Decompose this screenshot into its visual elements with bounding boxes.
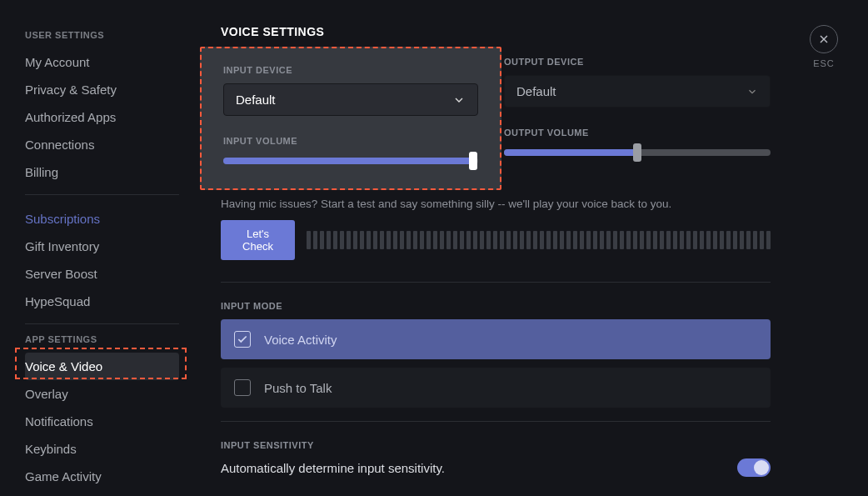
nav-connections[interactable]: Connections [25, 131, 179, 158]
close-button[interactable] [810, 25, 838, 53]
nav-notifications[interactable]: Notifications [25, 408, 179, 435]
nav-my-account[interactable]: My Account [25, 48, 179, 76]
nav-subscriptions[interactable]: Subscriptions [25, 205, 179, 233]
slider-thumb[interactable] [633, 143, 641, 162]
mode-push-to-talk[interactable]: Push to Talk [221, 368, 771, 408]
auto-sensitivity-toggle[interactable] [737, 458, 771, 477]
nav-gift-inventory[interactable]: Gift Inventory [25, 233, 179, 260]
slider-thumb[interactable] [469, 152, 477, 170]
mode-label: Push to Talk [264, 381, 332, 395]
nav-separator [25, 194, 179, 195]
output-volume-label: OUTPUT VOLUME [504, 128, 771, 138]
mic-level-meter [307, 231, 771, 249]
close-container: ESC [810, 25, 838, 68]
app-settings-header: APP SETTINGS [25, 334, 179, 344]
page-title: VOICE SETTINGS [221, 25, 771, 38]
nav-billing[interactable]: Billing [25, 158, 179, 186]
checkbox-checked-icon [234, 331, 251, 348]
nav-overlay[interactable]: Overlay [25, 380, 179, 408]
input-volume-label: INPUT VOLUME [223, 136, 478, 146]
annotation-highlight-input: INPUT DEVICE Default INPUT VOLUME [200, 47, 501, 190]
nav-separator [25, 323, 179, 324]
mic-test-help: Having mic issues? Start a test and say … [221, 198, 771, 210]
auto-sensitivity-text: Automatically determine input sensitivit… [221, 461, 445, 475]
mode-voice-activity[interactable]: Voice Activity [221, 319, 771, 359]
input-device-select[interactable]: Default [223, 83, 478, 116]
nav-hypesquad[interactable]: HypeSquad [25, 288, 179, 315]
nav-keybinds[interactable]: Keybinds [25, 435, 179, 463]
nav-server-boost[interactable]: Server Boost [25, 260, 179, 288]
input-volume-slider[interactable] [223, 158, 478, 164]
user-settings-header: USER SETTINGS [25, 30, 179, 40]
close-icon [817, 33, 831, 46]
section-divider [221, 282, 771, 283]
nav-privacy-safety[interactable]: Privacy & Safety [25, 76, 179, 103]
input-device-label: INPUT DEVICE [223, 65, 478, 75]
esc-label: ESC [810, 58, 838, 68]
chevron-down-icon [452, 93, 466, 107]
nav-authorized-apps[interactable]: Authorized Apps [25, 103, 179, 131]
nav-game-activity[interactable]: Game Activity [25, 463, 179, 490]
input-device-value: Default [236, 93, 276, 107]
input-mode-label: INPUT MODE [221, 301, 771, 311]
chevron-down-icon [746, 86, 758, 98]
section-divider [221, 421, 771, 422]
mode-label: Voice Activity [264, 333, 337, 347]
nav-voice-video[interactable]: Voice & Video [25, 353, 179, 380]
output-device-label: OUTPUT DEVICE [504, 57, 771, 67]
output-device-select[interactable]: Default [504, 75, 771, 108]
output-device-value: Default [516, 84, 556, 98]
input-sensitivity-label: INPUT SENSITIVITY [221, 440, 771, 450]
output-volume-slider[interactable] [504, 149, 771, 156]
checkbox-empty-icon [234, 379, 251, 396]
settings-sidebar: USER SETTINGS My Account Privacy & Safet… [0, 0, 187, 496]
lets-check-button[interactable]: Let's Check [221, 220, 295, 260]
